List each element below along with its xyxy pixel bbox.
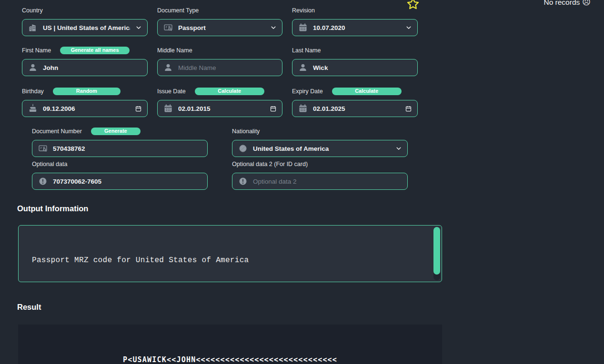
birthday-field[interactable] [22, 100, 148, 117]
first-name-label: First Name [22, 47, 51, 54]
middle-name-label: Middle Name [157, 47, 192, 54]
middle-name-field[interactable] [157, 59, 282, 76]
random-birthday-button[interactable]: Random [53, 88, 121, 95]
output-scrollbar-thumb[interactable] [433, 227, 440, 275]
info-icon [238, 177, 248, 186]
optional-data2-input[interactable] [253, 178, 402, 185]
id-card-search-icon [38, 144, 48, 153]
first-name-input[interactable] [43, 64, 142, 71]
document-number-field[interactable] [32, 140, 208, 157]
first-name-field-group: First Name Generate all names [22, 47, 148, 76]
calendar-icon [298, 23, 308, 32]
optional-data2-field[interactable] [232, 173, 408, 190]
calendar-icon [163, 104, 173, 113]
output-line: Passport MRZ code for United States of A… [32, 255, 421, 266]
document-type-select[interactable]: Passport [157, 19, 282, 36]
expiry-date-input[interactable] [313, 105, 400, 112]
document-number-input[interactable] [53, 145, 202, 152]
revision-field-group: Revision 10.07.2020 [292, 7, 418, 36]
person-icon [28, 63, 38, 72]
chevron-down-icon [395, 145, 402, 152]
optional-data-label: Optional data [32, 161, 67, 167]
expiry-date-field-group: Expiry Date Calculate [292, 88, 418, 117]
document-type-value: Passport [178, 24, 265, 31]
calendar-picker-icon[interactable] [135, 105, 142, 112]
country-label: Country [22, 7, 43, 14]
optional-data-field[interactable] [32, 173, 208, 190]
generate-all-names-button[interactable]: Generate all names [60, 47, 130, 54]
optional-data2-field-group: Optional data 2 (For ID card) [232, 160, 408, 190]
middle-name-field-group: Middle Name [157, 47, 282, 76]
last-name-field[interactable] [292, 59, 418, 76]
document-type-field-group: Document Type Passport [157, 7, 282, 36]
person-icon [163, 63, 173, 72]
result-heading: Result [17, 303, 41, 312]
no-records-text: No records [544, 0, 580, 7]
person-icon [298, 63, 308, 72]
nationality-value: United States of America [253, 145, 390, 152]
first-name-field[interactable] [22, 59, 148, 76]
building-icon [28, 23, 38, 32]
document-number-label: Document Number [32, 128, 82, 135]
calculate-issue-date-button[interactable]: Calculate [195, 88, 264, 95]
country-value: US | United States of America [43, 24, 130, 31]
nationality-select[interactable]: United States of America [232, 140, 408, 157]
middle-name-input[interactable] [178, 64, 277, 71]
generate-document-number-button[interactable]: Generate [91, 128, 141, 135]
issue-date-field-group: Issue Date Calculate [157, 88, 282, 117]
mrz-result-box: P<USAWICK<<JOHN<<<<<<<<<<<<<<<<<<<<<<<<<… [18, 325, 442, 364]
last-name-field-group: Last Name [292, 47, 418, 76]
revision-label: Revision [292, 7, 315, 14]
issue-date-label: Issue Date [157, 88, 186, 95]
id-card-search-icon [163, 23, 173, 32]
output-scrollbar-track [433, 227, 440, 280]
issue-date-input[interactable] [178, 105, 264, 112]
calendar-icon [298, 104, 308, 113]
birthday-field-group: Birthday Random [22, 88, 148, 117]
calendar-picker-icon[interactable] [405, 105, 412, 112]
globe-icon [238, 144, 248, 153]
birthday-input[interactable] [43, 105, 130, 112]
expiry-date-label: Expiry Date [292, 88, 323, 95]
document-number-field-group: Document Number Generate [32, 128, 208, 157]
country-field-group: Country US | United States of America [22, 7, 148, 36]
calculate-expiry-date-button[interactable]: Calculate [332, 88, 402, 95]
output-information-heading: Output Information [17, 204, 88, 213]
revision-select[interactable]: 10.07.2020 [292, 19, 418, 36]
expiry-date-field[interactable] [292, 100, 418, 117]
mrz-line-1: P<USAWICK<<JOHN<<<<<<<<<<<<<<<<<<<<<<<<<… [18, 354, 442, 364]
chevron-down-icon [135, 24, 142, 31]
output-information-box: Passport MRZ code for United States of A… [18, 225, 442, 282]
revision-value: 10.07.2020 [313, 24, 400, 31]
nationality-field-group: Nationality United States of America [232, 128, 408, 157]
optional-data-input[interactable] [53, 178, 202, 185]
sad-face-icon: ☹ [582, 0, 591, 7]
info-icon [38, 177, 48, 186]
records-empty-state: No records ☹ [544, 0, 591, 7]
birthday-label: Birthday [22, 88, 44, 95]
issue-date-field[interactable] [157, 100, 282, 117]
chevron-down-icon [405, 24, 412, 31]
last-name-input[interactable] [313, 64, 412, 71]
document-type-label: Document Type [157, 7, 199, 14]
cake-icon [28, 104, 38, 113]
nationality-label: Nationality [232, 128, 260, 135]
country-select[interactable]: US | United States of America [22, 19, 148, 36]
chevron-down-icon [270, 24, 277, 31]
optional-data-field-group: Optional data [32, 160, 208, 190]
calendar-picker-icon[interactable] [270, 105, 277, 112]
optional-data2-label: Optional data 2 (For ID card) [232, 161, 308, 167]
last-name-label: Last Name [292, 47, 321, 54]
